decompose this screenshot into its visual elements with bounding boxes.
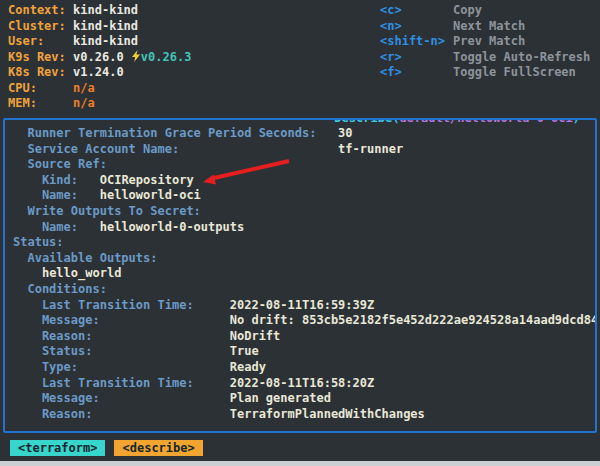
user-value: kind-kind xyxy=(73,34,138,48)
describe-line: Reason: NoDrift xyxy=(13,329,595,345)
mem-value: n/a xyxy=(73,96,95,110)
crumbs: <terraform> <describe> xyxy=(10,440,203,456)
cluster-row: Cluster: kind-kind xyxy=(8,19,191,35)
describe-line: Status: xyxy=(13,235,595,251)
describe-line: Source Ref: xyxy=(13,157,595,173)
k8s-rev-label: K8s Rev: xyxy=(8,65,73,79)
hotkey-prev-match: <shift-n>Prev Match xyxy=(380,34,590,50)
describe-line: Name: helloworld-oci xyxy=(13,188,595,204)
crumb-describe[interactable]: <describe> xyxy=(114,440,202,456)
user-row: User: kind-kind xyxy=(8,34,191,50)
k9s-upgrade-version: v0.26.3 xyxy=(141,50,192,64)
describe-line: Last Transition Time: 2022-08-11T16:58:2… xyxy=(13,376,595,392)
cluster-info: Context: kind-kind Cluster: kind-kind Us… xyxy=(8,3,191,112)
describe-panel-title: Describe(default/helloworld-0-oci) xyxy=(329,118,585,125)
describe-line-kind: Kind: OCIRepository xyxy=(13,173,595,189)
hotkey-hints: <c>Copy <n>Next Match <shift-n>Prev Matc… xyxy=(380,3,590,81)
user-label: User: xyxy=(8,34,73,48)
cpu-value: n/a xyxy=(73,81,95,95)
hotkey-desc: Copy xyxy=(453,3,482,17)
hotkey-next-match: <n>Next Match xyxy=(380,19,590,35)
describe-line: Message: No drift: 853cb5e2182f5e452d222… xyxy=(13,313,595,329)
hotkey-fullscreen: <f>Toggle FullScreen xyxy=(380,65,590,81)
hotkey-key: <n> xyxy=(380,19,453,35)
describe-line: Type: Ready xyxy=(13,360,595,376)
k8s-rev-value: v1.24.0 xyxy=(73,65,124,79)
cpu-row: CPU: n/a xyxy=(8,81,191,97)
hotkey-desc: Next Match xyxy=(453,19,525,33)
k9s-rev-row: K9s Rev: v0.26.0 v0.26.3 xyxy=(8,50,191,66)
title-resource: default/helloworld-0-oci xyxy=(399,118,572,125)
describe-content: Runner Termination Grace Period Seconds:… xyxy=(5,120,595,422)
crumb-terraform[interactable]: <terraform> xyxy=(10,440,105,456)
hotkey-copy: <c>Copy xyxy=(380,3,590,19)
k8s-rev-row: K8s Rev: v1.24.0 xyxy=(8,65,191,81)
hotkey-auto-refresh: <r>Toggle Auto-Refresh xyxy=(380,50,590,66)
cluster-label: Cluster: xyxy=(8,19,73,33)
hotkey-key: <c> xyxy=(380,3,453,19)
window-bottom-edge xyxy=(0,461,600,466)
describe-line: hello_world xyxy=(13,266,595,282)
k9s-rev-value: v0.26.0 xyxy=(73,50,131,64)
title-close-paren: ) xyxy=(573,118,580,125)
describe-line: Conditions: xyxy=(13,282,595,298)
hotkey-key: <r> xyxy=(380,50,453,66)
describe-line: Name: helloworld-0-outputs xyxy=(13,220,595,236)
hotkey-desc: Toggle Auto-Refresh xyxy=(453,50,590,64)
cluster-value: kind-kind xyxy=(73,19,138,33)
describe-line: Write Outputs To Secret: xyxy=(13,204,595,220)
mem-row: MEM: n/a xyxy=(8,96,191,112)
title-function: Describe( xyxy=(334,118,399,125)
mem-label: MEM: xyxy=(8,96,73,110)
describe-line: Available Outputs: xyxy=(13,251,595,267)
hotkey-key: <f> xyxy=(380,65,453,81)
describe-line: Service Account Name: tf-runner xyxy=(13,142,595,158)
context-row: Context: kind-kind xyxy=(8,3,191,19)
describe-line: Status: True xyxy=(13,344,595,360)
context-label: Context: xyxy=(8,3,73,17)
context-value: kind-kind xyxy=(73,3,138,17)
hotkey-desc: Toggle FullScreen xyxy=(453,65,576,79)
k9s-rev-label: K9s Rev: xyxy=(8,50,73,64)
describe-line: Runner Termination Grace Period Seconds:… xyxy=(13,126,595,142)
hotkey-desc: Prev Match xyxy=(453,34,525,48)
cpu-label: CPU: xyxy=(8,81,73,95)
hotkey-key: <shift-n> xyxy=(380,34,453,50)
describe-line: Reason: TerraformPlannedWithChanges xyxy=(13,407,595,423)
describe-panel[interactable]: Describe(default/helloworld-0-oci) Runne… xyxy=(3,118,597,433)
describe-line: Message: Plan generated xyxy=(13,391,595,407)
describe-line: Last Transition Time: 2022-08-11T16:59:3… xyxy=(13,298,595,314)
lightning-icon xyxy=(131,50,141,62)
